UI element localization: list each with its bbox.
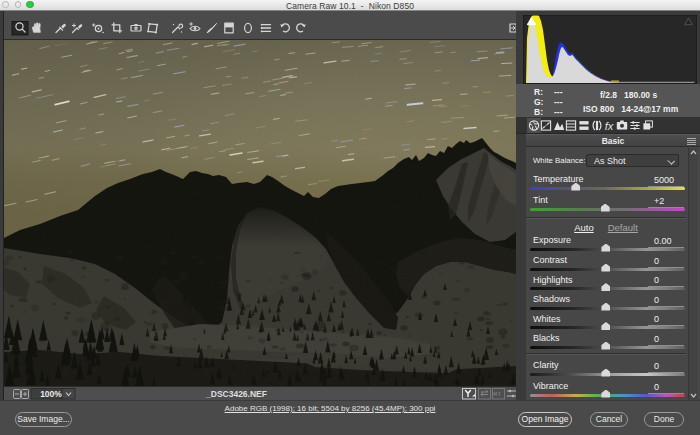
svg-text:fx: fx: [605, 120, 614, 132]
